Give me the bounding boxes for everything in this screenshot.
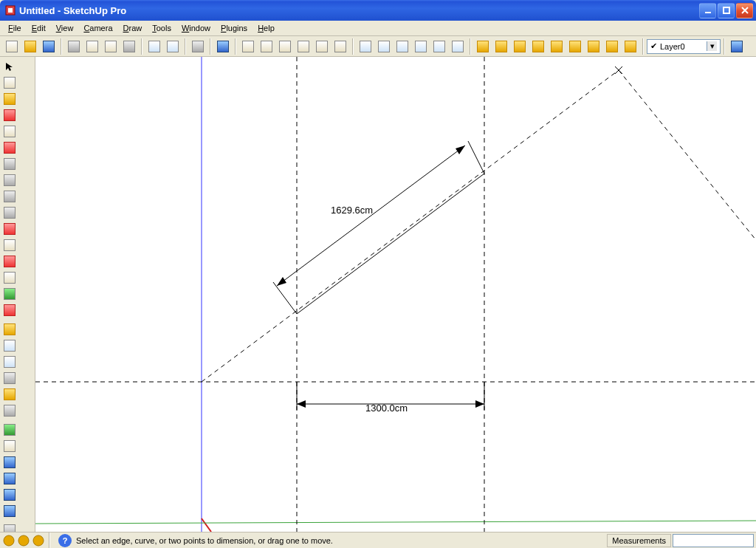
svg-line-10 (273, 282, 297, 314)
top-view-button[interactable] (258, 38, 275, 55)
move-tool[interactable] (1, 221, 18, 237)
pushpull-tool[interactable] (1, 237, 18, 253)
shadow-button-3[interactable] (511, 38, 529, 55)
copy-button[interactable] (83, 38, 101, 55)
help-icon[interactable]: ? (58, 534, 72, 547)
svg-marker-14 (475, 400, 484, 408)
offset-tool[interactable] (1, 302, 18, 318)
shaded-button[interactable] (412, 38, 430, 55)
left-view-button[interactable] (331, 38, 349, 55)
svg-point-19 (33, 535, 44, 546)
select-tool[interactable] (1, 58, 18, 75)
iso-view-button[interactable] (239, 38, 257, 55)
svg-point-17 (4, 535, 14, 546)
cut-button[interactable] (65, 38, 83, 55)
zoom-extents-tool[interactable] (1, 487, 18, 503)
undo-button[interactable] (145, 38, 163, 55)
circle-tool[interactable] (1, 156, 18, 172)
svg-marker-13 (297, 400, 306, 408)
previous-view-tool[interactable] (1, 503, 18, 519)
menu-file[interactable]: File (3, 22, 27, 34)
back-view-button[interactable] (313, 38, 331, 55)
eraser-tool[interactable] (1, 107, 18, 123)
app-icon (4, 4, 16, 16)
separator (49, 532, 50, 549)
status-indicator-2[interactable] (17, 534, 30, 547)
menu-edit[interactable]: Edit (27, 22, 51, 34)
menu-draw[interactable]: Draw (118, 22, 148, 34)
hidden-line-button[interactable] (394, 38, 411, 55)
tape-tool[interactable] (1, 321, 18, 338)
paint-tool[interactable] (1, 91, 18, 107)
maximize-button[interactable] (718, 3, 735, 18)
status-indicator-1[interactable] (2, 534, 16, 547)
freehand-tool[interactable] (1, 205, 18, 221)
menu-window[interactable]: Window (176, 22, 216, 34)
monochrome-button[interactable] (449, 38, 467, 55)
shadow-button-5[interactable] (548, 38, 566, 55)
svg-point-18 (18, 535, 29, 546)
layer-manager-button[interactable] (728, 38, 746, 55)
shadow-button-8[interactable] (603, 38, 621, 55)
paste-button[interactable] (102, 38, 120, 55)
dimension-diagonal[interactable]: 1629.6cm (273, 141, 484, 314)
text-tool[interactable] (1, 370, 18, 386)
separator (470, 38, 471, 55)
orbit-tool[interactable] (1, 422, 18, 438)
dimension-tool[interactable] (1, 338, 18, 354)
minimize-button[interactable] (699, 3, 716, 18)
shadow-button-9[interactable] (622, 38, 639, 55)
svg-line-6 (277, 145, 465, 286)
shadow-button-4[interactable] (529, 38, 547, 55)
right-view-button[interactable] (295, 38, 312, 55)
open-button[interactable] (21, 38, 39, 55)
separator (352, 38, 354, 55)
shaded-texture-button[interactable] (430, 38, 448, 55)
line-tool[interactable] (1, 140, 18, 156)
arc-tool[interactable] (1, 172, 18, 188)
layer-selected-label: Layer0 (660, 42, 685, 51)
axes-tool[interactable] (1, 386, 18, 403)
shadow-button-6[interactable] (566, 38, 584, 55)
dimension-horizontal[interactable]: 1300.0cm (297, 382, 484, 414)
polygon-tool[interactable] (1, 188, 18, 205)
menu-help[interactable]: Help (252, 22, 280, 34)
followme-tool[interactable] (1, 270, 18, 286)
dimension-diagonal-label: 1629.6cm (331, 205, 373, 216)
redo-button[interactable] (164, 38, 182, 55)
delete-button[interactable] (120, 38, 138, 55)
status-indicator-3[interactable] (32, 534, 45, 547)
svg-marker-8 (456, 145, 465, 154)
svg-rect-2 (705, 12, 711, 13)
guide-diag-right (619, 70, 756, 240)
print-button[interactable] (189, 38, 207, 55)
shadow-button-1[interactable] (474, 38, 492, 55)
xray-button[interactable] (357, 38, 374, 55)
component-tool[interactable] (1, 75, 18, 91)
scale-tool[interactable] (1, 286, 18, 302)
close-button[interactable] (736, 3, 753, 18)
shadow-button-2[interactable] (492, 38, 510, 55)
wireframe-button[interactable] (375, 38, 393, 55)
menu-tools[interactable]: Tools (147, 22, 176, 34)
shadow-button-7[interactable] (585, 38, 602, 55)
menu-camera[interactable]: Camera (78, 22, 117, 34)
rotate-tool[interactable] (1, 253, 18, 270)
zoom-window-tool[interactable] (1, 470, 18, 487)
3dtext-tool[interactable] (1, 403, 18, 419)
measurements-field[interactable] (673, 534, 754, 547)
new-button[interactable] (3, 38, 21, 55)
menu-view[interactable]: View (51, 22, 79, 34)
front-view-button[interactable] (276, 38, 294, 55)
model-info-button[interactable] (214, 38, 232, 55)
protractor-tool[interactable] (1, 354, 18, 370)
chevron-down-icon: ▾ (707, 41, 717, 51)
pan-tool[interactable] (1, 438, 18, 454)
svg-line-11 (468, 141, 484, 174)
zoom-tool[interactable] (1, 454, 18, 470)
layer-selector[interactable]: ✔ Layer0 ▾ (647, 39, 721, 54)
rectangle-tool[interactable] (1, 123, 18, 140)
save-button[interactable] (40, 38, 58, 55)
menu-plugins[interactable]: Plugins (216, 22, 252, 34)
drawing-canvas[interactable]: 1629.6cm 1300.0cm (35, 57, 756, 532)
